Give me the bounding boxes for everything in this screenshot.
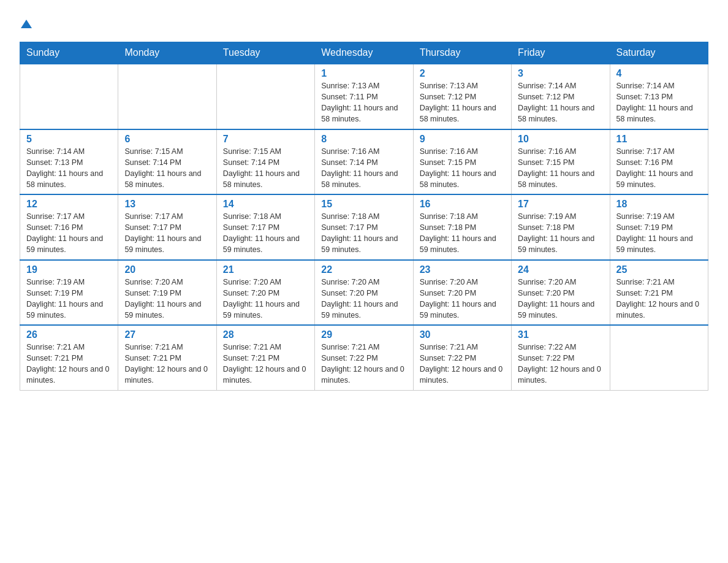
day-info: Sunrise: 7:17 AM Sunset: 7:16 PM Dayligh… <box>26 211 112 256</box>
week-row-4: 19Sunrise: 7:19 AM Sunset: 7:19 PM Dayli… <box>20 260 708 326</box>
calendar-table: SundayMondayTuesdayWednesdayThursdayFrid… <box>20 42 708 391</box>
day-cell-5-5: 30Sunrise: 7:21 AM Sunset: 7:22 PM Dayli… <box>413 325 511 390</box>
day-info: Sunrise: 7:21 AM Sunset: 7:22 PM Dayligh… <box>420 342 505 386</box>
day-info: Sunrise: 7:15 AM Sunset: 7:14 PM Dayligh… <box>124 146 210 191</box>
day-cell-4-7: 25Sunrise: 7:21 AM Sunset: 7:21 PM Dayli… <box>610 260 708 326</box>
day-number: 14 <box>223 199 308 210</box>
day-cell-5-7 <box>610 325 708 390</box>
day-cell-2-6: 10Sunrise: 7:16 AM Sunset: 7:15 PM Dayli… <box>512 129 610 195</box>
day-number: 17 <box>518 199 603 210</box>
day-info: Sunrise: 7:21 AM Sunset: 7:21 PM Dayligh… <box>616 277 702 321</box>
day-number: 23 <box>420 264 505 275</box>
day-info: Sunrise: 7:17 AM Sunset: 7:16 PM Dayligh… <box>616 146 702 191</box>
day-number: 2 <box>420 68 505 79</box>
day-number: 5 <box>26 134 112 145</box>
day-number: 12 <box>26 199 112 210</box>
day-number: 9 <box>420 134 505 145</box>
day-cell-4-1: 19Sunrise: 7:19 AM Sunset: 7:19 PM Dayli… <box>20 260 118 326</box>
day-info: Sunrise: 7:14 AM Sunset: 7:12 PM Dayligh… <box>518 80 603 125</box>
day-number: 28 <box>223 329 308 340</box>
day-cell-1-5: 2Sunrise: 7:13 AM Sunset: 7:12 PM Daylig… <box>413 64 511 129</box>
day-info: Sunrise: 7:13 AM Sunset: 7:12 PM Dayligh… <box>420 80 505 125</box>
day-cell-2-1: 5Sunrise: 7:14 AM Sunset: 7:13 PM Daylig… <box>20 129 118 195</box>
weekday-header-tuesday: Tuesday <box>216 42 314 64</box>
day-number: 19 <box>26 264 112 275</box>
day-cell-4-4: 22Sunrise: 7:20 AM Sunset: 7:20 PM Dayli… <box>315 260 413 326</box>
day-info: Sunrise: 7:20 AM Sunset: 7:20 PM Dayligh… <box>518 277 603 321</box>
day-cell-1-6: 3Sunrise: 7:14 AM Sunset: 7:12 PM Daylig… <box>512 64 610 129</box>
weekday-header-row: SundayMondayTuesdayWednesdayThursdayFrid… <box>20 42 708 64</box>
day-cell-5-2: 27Sunrise: 7:21 AM Sunset: 7:21 PM Dayli… <box>118 325 216 390</box>
day-cell-5-4: 29Sunrise: 7:21 AM Sunset: 7:22 PM Dayli… <box>315 325 413 390</box>
day-info: Sunrise: 7:16 AM Sunset: 7:14 PM Dayligh… <box>321 146 406 191</box>
day-number: 31 <box>518 329 603 340</box>
day-info: Sunrise: 7:21 AM Sunset: 7:22 PM Dayligh… <box>321 342 406 386</box>
day-cell-1-4: 1Sunrise: 7:13 AM Sunset: 7:11 PM Daylig… <box>315 64 413 129</box>
weekday-header-friday: Friday <box>512 42 610 64</box>
week-row-1: 1Sunrise: 7:13 AM Sunset: 7:11 PM Daylig… <box>20 64 708 129</box>
day-info: Sunrise: 7:21 AM Sunset: 7:21 PM Dayligh… <box>124 342 210 386</box>
day-info: Sunrise: 7:20 AM Sunset: 7:20 PM Dayligh… <box>420 277 505 321</box>
weekday-header-saturday: Saturday <box>610 42 708 64</box>
day-info: Sunrise: 7:19 AM Sunset: 7:19 PM Dayligh… <box>26 277 112 321</box>
day-cell-1-3 <box>216 64 314 129</box>
page-header <box>20 15 708 34</box>
week-row-3: 12Sunrise: 7:17 AM Sunset: 7:16 PM Dayli… <box>20 194 708 260</box>
day-number: 18 <box>616 199 702 210</box>
day-cell-2-5: 9Sunrise: 7:16 AM Sunset: 7:15 PM Daylig… <box>413 129 511 195</box>
day-number: 30 <box>420 329 505 340</box>
day-number: 4 <box>616 68 702 79</box>
weekday-header-thursday: Thursday <box>413 42 511 64</box>
day-info: Sunrise: 7:20 AM Sunset: 7:20 PM Dayligh… <box>223 277 308 321</box>
day-info: Sunrise: 7:16 AM Sunset: 7:15 PM Dayligh… <box>420 146 505 191</box>
day-info: Sunrise: 7:16 AM Sunset: 7:15 PM Dayligh… <box>518 146 603 191</box>
day-cell-4-6: 24Sunrise: 7:20 AM Sunset: 7:20 PM Dayli… <box>512 260 610 326</box>
day-cell-5-6: 31Sunrise: 7:22 AM Sunset: 7:22 PM Dayli… <box>512 325 610 390</box>
day-number: 15 <box>321 199 406 210</box>
day-cell-2-2: 6Sunrise: 7:15 AM Sunset: 7:14 PM Daylig… <box>118 129 216 195</box>
day-number: 21 <box>223 264 308 275</box>
week-row-2: 5Sunrise: 7:14 AM Sunset: 7:13 PM Daylig… <box>20 129 708 195</box>
day-cell-3-1: 12Sunrise: 7:17 AM Sunset: 7:16 PM Dayli… <box>20 194 118 260</box>
weekday-header-monday: Monday <box>118 42 216 64</box>
day-number: 7 <box>223 134 308 145</box>
day-info: Sunrise: 7:15 AM Sunset: 7:14 PM Dayligh… <box>223 146 308 191</box>
day-number: 10 <box>518 134 603 145</box>
day-number: 24 <box>518 264 603 275</box>
week-row-5: 26Sunrise: 7:21 AM Sunset: 7:21 PM Dayli… <box>20 325 708 390</box>
day-number: 13 <box>124 199 210 210</box>
day-cell-3-2: 13Sunrise: 7:17 AM Sunset: 7:17 PM Dayli… <box>118 194 216 260</box>
day-info: Sunrise: 7:14 AM Sunset: 7:13 PM Dayligh… <box>616 80 702 125</box>
day-info: Sunrise: 7:18 AM Sunset: 7:17 PM Dayligh… <box>223 211 308 256</box>
day-cell-3-7: 18Sunrise: 7:19 AM Sunset: 7:19 PM Dayli… <box>610 194 708 260</box>
day-cell-1-7: 4Sunrise: 7:14 AM Sunset: 7:13 PM Daylig… <box>610 64 708 129</box>
day-number: 11 <box>616 134 702 145</box>
day-info: Sunrise: 7:14 AM Sunset: 7:13 PM Dayligh… <box>26 146 112 191</box>
day-info: Sunrise: 7:19 AM Sunset: 7:19 PM Dayligh… <box>616 211 702 256</box>
day-number: 6 <box>124 134 210 145</box>
day-info: Sunrise: 7:13 AM Sunset: 7:11 PM Dayligh… <box>321 80 406 125</box>
logo-triangle-icon <box>21 17 32 28</box>
day-info: Sunrise: 7:21 AM Sunset: 7:21 PM Dayligh… <box>223 342 308 386</box>
day-cell-3-4: 15Sunrise: 7:18 AM Sunset: 7:17 PM Dayli… <box>315 194 413 260</box>
day-cell-2-3: 7Sunrise: 7:15 AM Sunset: 7:14 PM Daylig… <box>216 129 314 195</box>
weekday-header-sunday: Sunday <box>20 42 118 64</box>
day-number: 26 <box>26 329 112 340</box>
day-number: 29 <box>321 329 406 340</box>
svg-marker-0 <box>21 20 32 28</box>
weekday-header-wednesday: Wednesday <box>315 42 413 64</box>
day-cell-5-1: 26Sunrise: 7:21 AM Sunset: 7:21 PM Dayli… <box>20 325 118 390</box>
day-number: 20 <box>124 264 210 275</box>
day-info: Sunrise: 7:21 AM Sunset: 7:21 PM Dayligh… <box>26 342 112 386</box>
day-number: 8 <box>321 134 406 145</box>
day-cell-2-4: 8Sunrise: 7:16 AM Sunset: 7:14 PM Daylig… <box>315 129 413 195</box>
day-info: Sunrise: 7:18 AM Sunset: 7:18 PM Dayligh… <box>420 211 505 256</box>
day-info: Sunrise: 7:22 AM Sunset: 7:22 PM Dayligh… <box>518 342 603 386</box>
day-cell-3-6: 17Sunrise: 7:19 AM Sunset: 7:18 PM Dayli… <box>512 194 610 260</box>
day-cell-2-7: 11Sunrise: 7:17 AM Sunset: 7:16 PM Dayli… <box>610 129 708 195</box>
day-cell-3-3: 14Sunrise: 7:18 AM Sunset: 7:17 PM Dayli… <box>216 194 314 260</box>
day-number: 27 <box>124 329 210 340</box>
day-info: Sunrise: 7:20 AM Sunset: 7:20 PM Dayligh… <box>321 277 406 321</box>
day-number: 3 <box>518 68 603 79</box>
day-cell-4-5: 23Sunrise: 7:20 AM Sunset: 7:20 PM Dayli… <box>413 260 511 326</box>
